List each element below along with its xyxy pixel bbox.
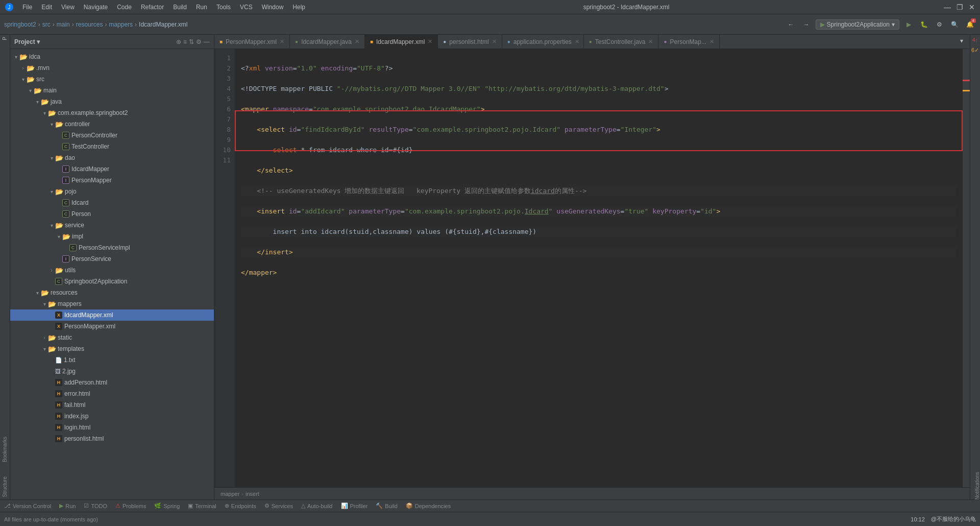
tree-item-1-txt[interactable]: 📄 1.txt bbox=[10, 354, 214, 366]
collapse-all-icon[interactable]: ≡ bbox=[183, 38, 187, 45]
tree-item-static[interactable]: › 📂 static bbox=[10, 332, 214, 343]
tree-item-resources[interactable]: ▾ 📂 resources bbox=[10, 287, 214, 298]
menu-help[interactable]: Help bbox=[288, 3, 309, 12]
tree-item-src[interactable]: ▾ 📂 src bbox=[10, 74, 214, 85]
structure-label[interactable]: Structure bbox=[1, 474, 9, 499]
tree-item-login-html[interactable]: H login.html bbox=[10, 422, 214, 433]
tree-item-idca[interactable]: ▾ 📂 idca bbox=[10, 51, 214, 62]
tree-item-impl[interactable]: ▾ 📂 impl bbox=[10, 231, 214, 242]
tree-item-testcontroller[interactable]: C TestController bbox=[10, 141, 214, 152]
code-editor-content[interactable]: <?xml version="1.0" encoding="UTF-8"?> <… bbox=[235, 49, 963, 487]
project-label[interactable]: P bbox=[1, 35, 9, 42]
tab-testcontroller-java[interactable]: ● TestController.java ✕ bbox=[584, 35, 659, 49]
tree-item-personcontroller[interactable]: C PersonController bbox=[10, 130, 214, 141]
menu-file[interactable]: File bbox=[18, 3, 36, 12]
breadcrumb-project[interactable]: springboot2 bbox=[4, 21, 36, 28]
tree-item-error-html[interactable]: H error.html bbox=[10, 388, 214, 399]
tree-item-personmapper-xml[interactable]: X PersonMapper.xml bbox=[10, 321, 214, 332]
run-btn[interactable]: ▶ Run bbox=[59, 503, 76, 509]
maximize-button[interactable]: ❐ bbox=[955, 3, 964, 11]
menu-vcs[interactable]: VCS bbox=[236, 3, 257, 12]
search-button[interactable]: 🔍 bbox=[948, 18, 961, 31]
minimize-button[interactable]: — bbox=[943, 3, 951, 11]
tab-personmap[interactable]: ● PersonMap... ✕ bbox=[658, 35, 719, 49]
tree-item-personserviceimpl[interactable]: C PersonServiceImpl bbox=[10, 242, 214, 253]
tree-item-main[interactable]: ▾ 📂 main bbox=[10, 85, 214, 96]
menu-refactor[interactable]: Refactor bbox=[137, 3, 168, 12]
tree-item-personlist-html[interactable]: H personlist.html bbox=[10, 433, 214, 444]
menu-run[interactable]: Run bbox=[192, 3, 211, 12]
tree-item-idcardmapper-xml[interactable]: X IdcardMapper.xml bbox=[10, 309, 214, 321]
sort-icon[interactable]: ⇅ bbox=[189, 38, 194, 45]
tree-item-mappers[interactable]: ▾ 📂 mappers bbox=[10, 298, 214, 309]
breadcrumb-main[interactable]: main bbox=[57, 21, 70, 28]
tab-close-icon[interactable]: ✕ bbox=[709, 38, 714, 45]
back-button[interactable]: ← bbox=[785, 18, 797, 31]
profiler-btn[interactable]: 📊 Profiler bbox=[341, 503, 368, 509]
tree-item-addperson-html[interactable]: H addPerson.html bbox=[10, 377, 214, 388]
problems-btn[interactable]: ⚠ Problems bbox=[115, 503, 146, 509]
tab-close-icon[interactable]: ✕ bbox=[355, 38, 359, 45]
notifications-sidebar-label[interactable]: Notifications bbox=[970, 472, 980, 499]
settings-icon[interactable]: ⚙ bbox=[196, 38, 202, 45]
build-btn[interactable]: 🔨 Build bbox=[376, 503, 397, 509]
tab-close-icon[interactable]: ✕ bbox=[280, 38, 284, 45]
tab-application-properties[interactable]: ● application.properties ✕ bbox=[502, 35, 584, 49]
tab-personmapper-xml[interactable]: ■ PersonMapper.xml ✕ bbox=[214, 35, 290, 49]
tree-item-fail-html[interactable]: H fail.html bbox=[10, 399, 214, 411]
menu-tools[interactable]: Tools bbox=[212, 3, 235, 12]
todo-btn[interactable]: ☑ TODO bbox=[84, 503, 107, 509]
tree-item-index-jsp[interactable]: H index.jsp bbox=[10, 411, 214, 422]
breadcrumb-src[interactable]: src bbox=[42, 21, 51, 28]
tab-personlist-html[interactable]: ● personlist.html ✕ bbox=[438, 35, 502, 49]
tree-item-com-example-springboot2[interactable]: ▾ 📂 com.example.springboot2 bbox=[10, 107, 214, 118]
tree-item-idcard[interactable]: C Idcard bbox=[10, 197, 214, 208]
forward-button[interactable]: → bbox=[800, 18, 813, 31]
tab-close-icon[interactable]: ✕ bbox=[575, 38, 579, 45]
breadcrumb-resources[interactable]: resources bbox=[76, 21, 103, 28]
breadcrumb-file[interactable]: IdcardMapper.xml bbox=[139, 21, 187, 28]
services-btn[interactable]: ⚙ Services bbox=[264, 503, 293, 509]
debug-button[interactable]: 🐛 bbox=[918, 18, 930, 31]
dependencies-btn[interactable]: 📦 Dependencies bbox=[406, 503, 451, 509]
version-control-btn[interactable]: ⎇ Version Control bbox=[4, 503, 51, 509]
warning-count-icon[interactable]: 6✓ bbox=[970, 45, 980, 55]
tree-item-java[interactable]: ▾ 📂 java bbox=[10, 96, 214, 107]
tree-item-dao[interactable]: ▾ 📂 dao bbox=[10, 152, 214, 163]
run-button[interactable]: ▶ bbox=[902, 18, 915, 31]
tab-idcardmapper-java[interactable]: ● IdcardMapper.java ✕ bbox=[290, 35, 365, 49]
menu-window[interactable]: Window bbox=[258, 3, 288, 12]
tab-close-icon[interactable]: ✕ bbox=[492, 38, 497, 45]
menu-build[interactable]: Build bbox=[169, 3, 191, 12]
code-editor[interactable]: 1 2 3 4 5 6 7 8 9 10 11 <?xml version="1… bbox=[214, 49, 970, 487]
close-button[interactable]: ✕ bbox=[968, 3, 976, 11]
settings-button[interactable]: ⚙ bbox=[933, 18, 945, 31]
tree-item-personmapper[interactable]: I PersonMapper bbox=[10, 175, 214, 186]
tree-item--mvn[interactable]: › 📂 .mvn bbox=[10, 62, 214, 74]
auto-build-btn[interactable]: △ Auto-build bbox=[301, 503, 333, 509]
menu-edit[interactable]: Edit bbox=[37, 3, 56, 12]
spring-btn[interactable]: 🌿 Spring bbox=[154, 503, 180, 509]
scrollbar[interactable] bbox=[963, 49, 970, 487]
tree-item-personservice[interactable]: I PersonService bbox=[10, 253, 214, 265]
tree-item-pojo[interactable]: ▾ 📂 pojo bbox=[10, 186, 214, 197]
tab-close-icon[interactable]: ✕ bbox=[648, 38, 653, 45]
tree-item-controller[interactable]: ▾ 📂 controller bbox=[10, 118, 214, 130]
locate-file-icon[interactable]: ⊕ bbox=[176, 38, 181, 45]
tree-item-idcardmapper[interactable]: I IdcardMapper bbox=[10, 163, 214, 175]
menu-view[interactable]: View bbox=[57, 3, 79, 12]
run-config-selector[interactable]: ▶ Springboot2Application ▾ bbox=[816, 19, 899, 30]
notifications-button[interactable]: 🔔 4 bbox=[964, 18, 976, 31]
tree-item-templates[interactable]: ▾ 📂 templates bbox=[10, 343, 214, 354]
tab-close-icon[interactable]: ✕ bbox=[428, 38, 432, 45]
tree-item-person[interactable]: C Person bbox=[10, 208, 214, 220]
tree-item-utils[interactable]: › 📂 utils bbox=[10, 265, 214, 276]
tree-item-service[interactable]: ▾ 📂 service bbox=[10, 220, 214, 231]
menu-navigate[interactable]: Navigate bbox=[80, 3, 112, 12]
tab-idcardmapper-xml[interactable]: ■ IdcardMapper.xml ✕ bbox=[365, 35, 438, 49]
bookmarks-label[interactable]: Bookmarks bbox=[1, 435, 9, 464]
tabs-overflow-button[interactable]: ▾ bbox=[955, 35, 968, 47]
menu-code[interactable]: Code bbox=[113, 3, 136, 12]
minimize-panel-icon[interactable]: — bbox=[204, 38, 210, 45]
notification-icon[interactable]: 4↑ bbox=[970, 35, 980, 45]
